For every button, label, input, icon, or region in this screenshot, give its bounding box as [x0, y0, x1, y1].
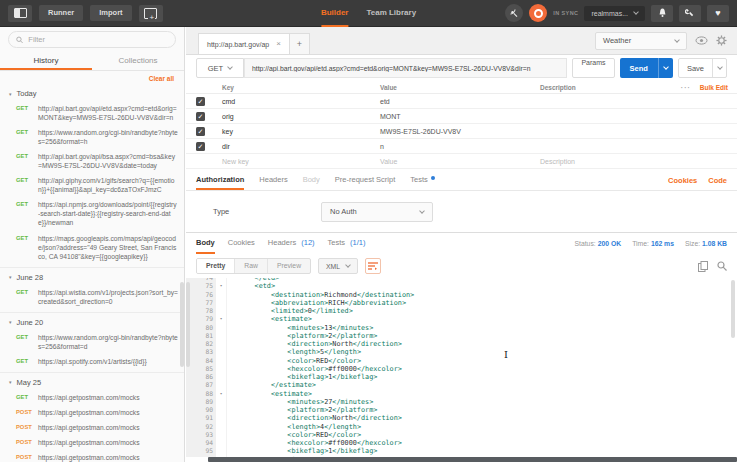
sidebar-tab-history[interactable]: History	[0, 51, 92, 70]
response-tab-body[interactable]: Body	[196, 233, 215, 254]
sidebar-toggle-button[interactable]	[8, 5, 32, 22]
send-options-caret[interactable]	[658, 58, 673, 78]
param-checkbox[interactable]: ✓	[196, 127, 205, 136]
line-number: 91	[186, 414, 216, 422]
request-tab-tests[interactable]: Tests	[410, 171, 435, 190]
param-checkbox[interactable]: ✓	[196, 142, 205, 151]
history-item[interactable]: POSThttps://api.getpostman.com/mocks	[0, 405, 184, 420]
search-response-icon[interactable]	[717, 261, 727, 271]
request-tab-headers[interactable]: Headers	[259, 171, 287, 190]
fold-caret-icon[interactable]: ▾	[216, 282, 227, 290]
new-value-placeholder[interactable]: Value	[380, 158, 540, 165]
notifications-button[interactable]	[651, 5, 673, 22]
close-icon[interactable]: ×	[276, 40, 281, 48]
response-vertical-scrollbar[interactable]	[731, 280, 735, 338]
param-checkbox[interactable]: ✓	[196, 112, 205, 121]
format-select[interactable]: XML	[318, 258, 358, 274]
settings-gear-icon[interactable]	[716, 35, 727, 46]
favorites-button[interactable]: ♥	[707, 5, 729, 22]
request-tab-pre-request-script[interactable]: Pre-request Script	[335, 171, 395, 190]
sidebar-tab-collections[interactable]: Collections	[92, 51, 184, 70]
bulk-edit-link[interactable]: Bulk Edit	[700, 84, 728, 91]
line-number: 82	[186, 340, 216, 348]
params-new-row[interactable]: New key Value Description	[186, 154, 737, 169]
environment-preview-eye-icon[interactable]	[695, 36, 708, 45]
history-item[interactable]: POSThttps://api.getpostman.com/mocks	[0, 435, 184, 450]
fold-caret-icon[interactable]: ▾	[216, 390, 227, 398]
params-button[interactable]: Params	[572, 58, 614, 78]
history-item[interactable]: GEThttps://api.wistia.com/v1/projects.js…	[0, 285, 184, 309]
param-value[interactable]: MW9S-E7SL-26DU-VV8V	[380, 128, 540, 135]
history-item[interactable]: POSThttps://api.getpostman.com/mocks	[0, 450, 184, 462]
history-item[interactable]: GEThttps://api.npmjs.org/downloads/point…	[0, 197, 184, 230]
view-mode-preview[interactable]: Preview	[268, 259, 310, 273]
runner-button[interactable]: Runner	[39, 5, 83, 21]
history-date-header[interactable]: ▾May 25	[0, 373, 184, 390]
import-button[interactable]: Import	[90, 5, 131, 21]
save-button[interactable]: Save	[678, 58, 727, 78]
param-checkbox[interactable]: ✓	[196, 97, 205, 106]
history-item[interactable]: GEThttps://api.getpostman.com/mocks	[0, 390, 184, 405]
request-tab-body[interactable]: Body	[303, 171, 320, 190]
response-tab-cookies[interactable]: Cookies	[228, 233, 255, 254]
auth-type-label: Type	[186, 207, 294, 216]
history-item[interactable]: GEThttp://api.giphy.com/v1/gifs/search?q…	[0, 173, 184, 197]
request-tab[interactable]: http://ap.bart.gov/ap ×	[198, 33, 290, 54]
auth-type-select[interactable]: No Auth	[321, 202, 433, 222]
code-line: 86 <bikeflag>1</bikeflag>	[186, 373, 737, 381]
history-item[interactable]: GEThttp://api.bart.gov/api/bsa.aspx?cmd=…	[0, 149, 184, 173]
response-horizontal-scrollbar[interactable]	[208, 457, 737, 462]
code-line: 90 <platform>2</platform>	[186, 406, 737, 414]
collapse-caret-icon: ▾	[9, 274, 12, 280]
nav-tab-team-library[interactable]: Team Library	[366, 0, 416, 27]
history-item[interactable]: POSThttps://api.getpostman.com/mocks	[0, 420, 184, 435]
save-options-caret[interactable]	[712, 59, 726, 77]
history-date-header[interactable]: ▾June 28	[0, 268, 184, 285]
param-value[interactable]: MONT	[380, 113, 540, 120]
param-key[interactable]: cmd	[222, 98, 380, 105]
filter-input[interactable]	[28, 35, 168, 44]
history-item[interactable]: GEThttp://api.bart.gov/api/etd.aspx?cmd=…	[0, 101, 184, 125]
history-item[interactable]: GEThttps://maps.googleapis.com/maps/api/…	[0, 231, 184, 264]
view-mode-raw[interactable]: Raw	[235, 259, 268, 273]
filter-box[interactable]	[8, 31, 176, 48]
history-date-header[interactable]: ▾June 20	[0, 313, 184, 330]
send-button[interactable]: Send	[620, 58, 673, 78]
param-value[interactable]: n	[380, 143, 540, 150]
request-tab-authorization[interactable]: Authorization	[196, 171, 244, 190]
response-body-editor[interactable]: 74 </etd>75▾ <etd>76 <destination>Richmo…	[186, 278, 737, 457]
param-key[interactable]: key	[222, 128, 380, 135]
new-key-placeholder[interactable]: New key	[222, 158, 380, 165]
fold-caret-icon[interactable]: ▾	[216, 315, 227, 323]
response-tab-tests[interactable]: Tests(1/1)	[328, 233, 366, 254]
nav-tab-builder[interactable]: Builder	[321, 0, 349, 27]
url-input[interactable]	[244, 58, 567, 78]
param-key[interactable]: dir	[222, 143, 380, 150]
code-link[interactable]: Code	[708, 176, 727, 185]
in-sync-indicator[interactable]	[529, 4, 547, 22]
new-description-placeholder[interactable]: Description	[540, 158, 652, 165]
wrap-lines-button[interactable]	[365, 258, 381, 274]
cookies-link[interactable]: Cookies	[668, 176, 697, 185]
new-window-button[interactable]	[139, 5, 163, 22]
clear-all-link[interactable]: Clear all	[0, 71, 184, 84]
param-key[interactable]: orig	[222, 113, 380, 120]
method-select[interactable]: GET	[196, 58, 244, 78]
environment-select[interactable]: Weather	[595, 32, 687, 50]
new-tab-button[interactable]: +	[290, 33, 310, 54]
sync-satellite-button[interactable]	[505, 4, 523, 22]
history-date-header[interactable]: ▾Today	[0, 84, 184, 101]
response-tab-headers[interactable]: Headers(12)	[268, 233, 315, 254]
copy-response-icon[interactable]	[698, 261, 708, 272]
settings-wrench-button[interactable]	[679, 5, 701, 22]
sidebar-scrollbar[interactable]	[180, 282, 184, 367]
history-item[interactable]: GEThttps://www.random.org/cgi-bin/randby…	[0, 330, 184, 354]
params-more-icon[interactable]: ···	[681, 84, 691, 91]
user-menu[interactable]: realmmas...	[584, 6, 645, 21]
collapse-caret-icon: ▾	[9, 319, 12, 325]
view-mode-pretty[interactable]: Pretty	[197, 259, 235, 273]
history-item[interactable]: GEThttps://api.spotify.com/v1/artists/{{…	[0, 354, 184, 369]
param-value[interactable]: etd	[380, 98, 540, 105]
panel-scrollbar[interactable]	[186, 282, 190, 367]
history-item[interactable]: GEThttps://www.random.org/cgi-bin/randby…	[0, 125, 184, 149]
